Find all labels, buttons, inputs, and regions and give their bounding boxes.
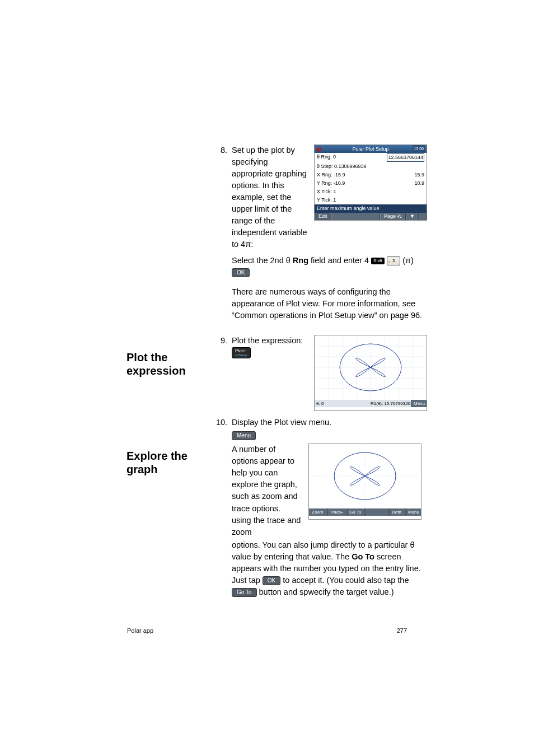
step8-text: Set up the plot by specifying appropriat… — [232, 144, 307, 250]
setup-value: 12.5663706144 — [387, 153, 424, 162]
step8-select-a: Select the 2nd θ — [232, 256, 293, 265]
step9-number: 9. — [214, 335, 232, 347]
step10-para-b-d: button and spwecify the target value.) — [257, 587, 394, 596]
setup-field: θ Step: 0.1308996939 — [317, 163, 367, 170]
footer-left: Polar app — [127, 627, 153, 636]
setup-field: Y Rng: -10.9 — [317, 180, 345, 187]
step8-common: There are numerous ways of configuring t… — [232, 286, 427, 321]
setup-field: Y Tick: 1 — [317, 197, 336, 204]
svg-text:Defn: Defn — [392, 510, 401, 515]
r1-status: R1(θ): 15.707963268 — [371, 401, 413, 406]
setup-field: θ Rng: 0 — [317, 153, 336, 162]
pi-paren: (π) — [402, 256, 414, 265]
shift-key: Shift — [371, 258, 385, 264]
plot-expression-heading: Plot the expression — [127, 351, 205, 377]
explore-graph-heading: Explore the graph — [127, 449, 205, 476]
setup-field: X Rng: -15.9 — [317, 171, 345, 179]
ok-button: OK — [232, 268, 250, 277]
calc-title: Polar Plot Setup — [352, 146, 388, 152]
page-down-icon: ▼ — [406, 213, 419, 220]
step8-number: 8. — [214, 144, 232, 156]
theta-status: θ: 0 — [316, 401, 324, 406]
step9-text: Plot the expression: — [232, 336, 303, 345]
polar-plot-screenshot-2: Zoom Trace• Go To Defn Menu — [308, 444, 421, 520]
calc-hint: Enter maximum angle value — [315, 204, 427, 213]
menu-button: Menu — [232, 431, 256, 440]
step10-para-b-c: to accept it. (You could also tap the — [280, 576, 409, 585]
setup-value: 10.9 — [414, 180, 424, 187]
polar-plot-screenshot-1: θ: 0 R1(θ): 15.707963268 Menu — [314, 335, 427, 411]
svg-text:Menu: Menu — [414, 401, 425, 406]
close-icon: ⏻ — [316, 146, 321, 153]
svg-text:Go To: Go To — [349, 510, 362, 515]
setup-value: 15.9 — [414, 171, 424, 179]
step10-number: 10. — [214, 417, 232, 428]
polar-plot-setup-screenshot: ⏻ Polar Plot Setup 13:50 θ Rng: 012.5663… — [314, 144, 427, 221]
step10-lead: Display the Plot view menu. — [232, 418, 331, 427]
calc-time: 13:50 — [413, 145, 425, 153]
step8-select-b: field and enter 4 — [308, 256, 369, 265]
setup-field: X Tick: 1 — [317, 188, 336, 195]
key-3: 3π, — [387, 256, 400, 265]
ok-button-2: OK — [263, 576, 280, 585]
plot-key: Plot⤺ ⊷Setup — [232, 347, 251, 358]
svg-text:Trace•: Trace• — [330, 510, 343, 515]
svg-text:Zoom: Zoom — [312, 510, 324, 515]
goto-bold: Go To — [352, 552, 374, 561]
svg-text:Menu: Menu — [408, 510, 419, 515]
edit-button: Edit — [315, 213, 331, 220]
step10-para-a: A number of options appear to help you c… — [232, 444, 302, 538]
footer-right: 277 — [397, 627, 407, 636]
goto-button: Go To — [232, 588, 257, 597]
page-indicator: Page ¹⁄₂ — [380, 213, 406, 220]
rng-bold: Rng — [293, 256, 308, 265]
